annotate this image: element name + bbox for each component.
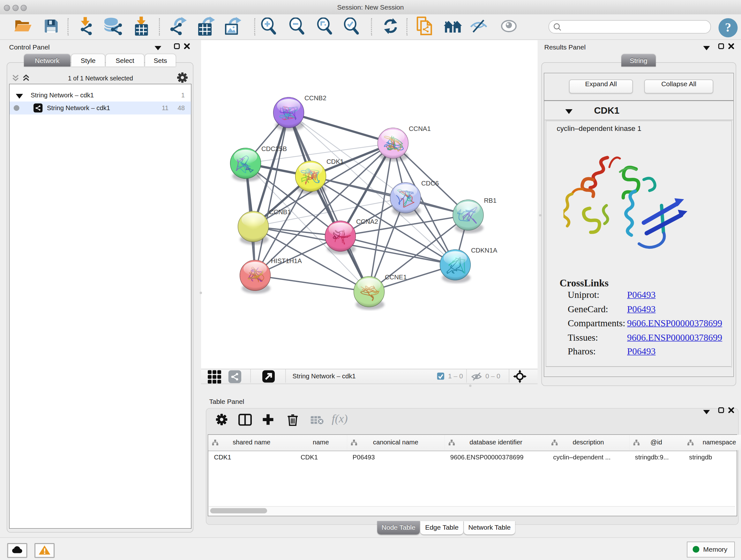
- network-node-CCNE1[interactable]: CCNE1: [354, 273, 407, 310]
- column-header--id[interactable]: @id: [629, 435, 684, 450]
- crosslink-value-link[interactable]: P06493: [627, 290, 656, 300]
- table-cell[interactable]: stringdb: [689, 451, 741, 466]
- cloud-button[interactable]: [7, 543, 27, 558]
- zoom-out-icon[interactable]: [289, 17, 305, 37]
- protein-card-header[interactable]: CDK1: [545, 102, 733, 120]
- table-cell[interactable]: CDK1: [300, 451, 346, 466]
- table-panel-float-icon[interactable]: [718, 407, 724, 415]
- hide-eye-icon[interactable]: [470, 19, 488, 35]
- network-edge[interactable]: [289, 113, 369, 292]
- right-splitter-handle[interactable]: [539, 214, 542, 216]
- crosslink-value-link[interactable]: 9606.ENSP00000378699: [627, 318, 722, 328]
- collapse-all-button[interactable]: Collapse All: [644, 79, 713, 94]
- results-panel-close-icon[interactable]: [728, 43, 735, 51]
- network-collection-row[interactable]: String Network – cdk1 1: [10, 89, 191, 102]
- export-table-icon[interactable]: [197, 17, 215, 37]
- zoom-in-icon[interactable]: [261, 17, 277, 37]
- left-splitter-handle[interactable]: [199, 292, 202, 294]
- control-panel-collapse-icon[interactable]: [155, 45, 161, 52]
- export-network-icon[interactable]: [169, 17, 187, 37]
- refresh-icon[interactable]: [383, 18, 398, 36]
- node-table: shared namenamecanonical namedatabase id…: [208, 435, 737, 516]
- node-label: CDKN1A: [471, 247, 497, 254]
- show-eye-icon[interactable]: [501, 20, 517, 34]
- tab-edge-table[interactable]: Edge Table: [420, 521, 463, 535]
- results-panel-collapse-icon[interactable]: [703, 45, 710, 52]
- network-canvas[interactable]: CCNB2 CCNA1 CDC25B CDK1 CDC6 RB1 CCNB1 C…: [201, 40, 538, 369]
- zoom-fit-icon[interactable]: [317, 17, 333, 37]
- memory-button[interactable]: Memory: [687, 542, 735, 558]
- column-header-canonical-name[interactable]: canonical name: [347, 435, 445, 450]
- bottom-splitter-handle[interactable]: [469, 385, 471, 387]
- import-network-icon[interactable]: [77, 17, 94, 37]
- control-panel-close-icon[interactable]: [184, 43, 190, 51]
- network-edge[interactable]: [311, 176, 468, 215]
- network-edge[interactable]: [255, 275, 369, 292]
- add-column-icon[interactable]: [262, 414, 274, 428]
- network-node-HIST1H1A[interactable]: HIST1H1A: [240, 257, 302, 294]
- results-panel-float-icon[interactable]: [718, 43, 724, 51]
- home-pair-icon[interactable]: [443, 19, 462, 35]
- expand-all-button[interactable]: Expand All: [569, 79, 633, 94]
- table-gear-icon[interactable]: [216, 414, 227, 427]
- grid-view-icon[interactable]: [208, 370, 222, 385]
- document-share-icon[interactable]: [416, 17, 433, 37]
- network-node-CCNA1[interactable]: CCNA1: [378, 125, 431, 162]
- network-edge[interactable]: [255, 113, 289, 275]
- string-view-icon[interactable]: [228, 370, 242, 384]
- table-cell[interactable]: 9606.ENSP00000378699: [450, 451, 547, 466]
- scrollbar-thumb[interactable]: [210, 508, 267, 514]
- import-database-icon[interactable]: [103, 17, 123, 37]
- collapse-all-tree-icon[interactable]: [12, 74, 19, 83]
- network-edge[interactable]: [340, 236, 455, 265]
- network-row-selected[interactable]: String Network – cdk1 11 48: [10, 102, 191, 115]
- table-cell[interactable]: P06493: [353, 451, 444, 466]
- tree-expand-icon[interactable]: [16, 93, 23, 100]
- tab-sets[interactable]: Sets: [145, 54, 176, 67]
- delete-table-icon[interactable]: [311, 416, 324, 427]
- open-folder-icon[interactable]: [14, 18, 32, 36]
- control-panel-float-icon[interactable]: [174, 43, 180, 51]
- column-header-database-identifier[interactable]: database identifier: [445, 435, 548, 450]
- crosslink-value-link[interactable]: P06493: [627, 347, 656, 357]
- table-panel-collapse-icon[interactable]: [703, 409, 710, 416]
- search-input[interactable]: [549, 20, 711, 34]
- network-node-CDKN1A[interactable]: CDKN1A: [440, 247, 497, 283]
- expand-all-tree-icon[interactable]: [23, 74, 30, 83]
- column-header-shared-name[interactable]: shared name: [208, 435, 295, 450]
- tab-network[interactable]: Network: [24, 54, 71, 67]
- network-edge[interactable]: [289, 113, 393, 143]
- columns-icon[interactable]: [239, 414, 252, 427]
- column-header-name[interactable]: name: [295, 435, 347, 450]
- import-table-icon[interactable]: [133, 17, 150, 37]
- results-panel-tabs: String: [621, 54, 657, 67]
- warning-button[interactable]: [35, 543, 55, 558]
- table-cell[interactable]: stringdb:9...: [635, 451, 683, 466]
- table-cell[interactable]: cyclin–dependent ...: [553, 451, 628, 466]
- crosslink-value-link[interactable]: P06493: [627, 304, 656, 314]
- table-panel-close-icon[interactable]: [728, 407, 735, 415]
- zoom-selected-icon[interactable]: [343, 17, 359, 37]
- tab-network-table[interactable]: Network Table: [464, 521, 515, 535]
- network-node-CCNB2[interactable]: CCNB2: [273, 95, 327, 131]
- crosslink-value-link[interactable]: 9606.ENSP00000378699: [627, 332, 722, 343]
- save-icon[interactable]: [44, 19, 59, 35]
- birdseye-view-icon[interactable]: [262, 370, 275, 384]
- title-bar[interactable]: Session: New Session: [0, 0, 741, 15]
- help-button[interactable]: ?: [719, 18, 738, 37]
- tab-string[interactable]: String: [621, 54, 656, 67]
- network-node-RB1[interactable]: RB1: [453, 197, 496, 233]
- tab-select[interactable]: Select: [106, 54, 144, 67]
- tab-style[interactable]: Style: [71, 54, 105, 67]
- table-h-scrollbar[interactable]: [209, 506, 735, 516]
- column-header-namespace[interactable]: namespace: [683, 435, 741, 450]
- gear-icon[interactable]: [177, 72, 188, 84]
- delete-icon[interactable]: [287, 413, 299, 428]
- selected-checkbox-icon[interactable]: [437, 373, 445, 381]
- card-collapse-icon[interactable]: [565, 108, 573, 116]
- column-header-description[interactable]: description: [547, 435, 630, 450]
- table-cell[interactable]: CDK1: [214, 451, 294, 466]
- export-image-icon[interactable]: [224, 17, 242, 37]
- center-view-icon[interactable]: [513, 370, 527, 385]
- tab-node-table[interactable]: Node Table: [377, 521, 420, 535]
